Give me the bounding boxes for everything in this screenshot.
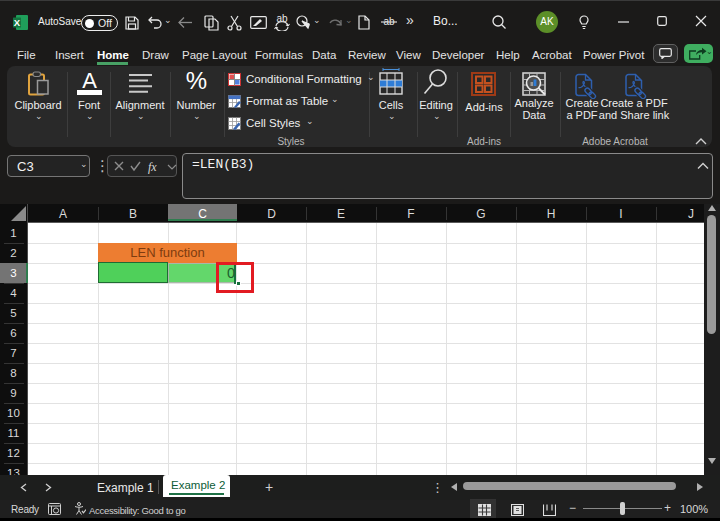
- svg-text:fx: fx: [148, 160, 157, 174]
- svg-text:X: X: [14, 17, 21, 28]
